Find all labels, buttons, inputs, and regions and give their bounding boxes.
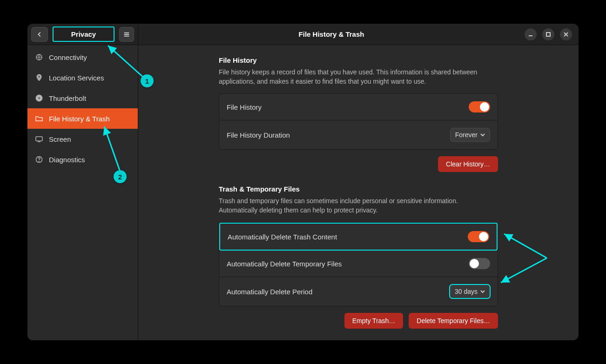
hamburger-menu-button[interactable] xyxy=(119,27,134,42)
svg-point-2 xyxy=(38,76,40,78)
parent-section-label: Privacy xyxy=(53,26,114,42)
sidebar-item-connectivity[interactable]: Connectivity xyxy=(27,47,138,67)
auto-delete-trash-toggle[interactable] xyxy=(468,231,489,242)
svg-point-6 xyxy=(39,161,40,162)
sidebar-item-thunderbolt[interactable]: Thunderbolt xyxy=(27,88,138,108)
window-controls xyxy=(525,28,579,40)
folder-icon xyxy=(35,114,43,123)
page-title: File History & Trash xyxy=(138,30,525,38)
sidebar: Connectivity Location Services Thunderbo… xyxy=(27,45,138,340)
sidebar-item-label: File History & Trash xyxy=(49,115,110,123)
row-file-history-duration: File History Duration Forever xyxy=(219,120,498,149)
delete-period-dropdown[interactable]: 30 days xyxy=(450,285,490,298)
close-icon xyxy=(563,32,569,37)
chevron-down-icon xyxy=(480,289,485,294)
help-icon xyxy=(35,155,43,164)
screen-icon xyxy=(35,135,43,143)
globe-icon xyxy=(35,53,43,61)
svg-rect-4 xyxy=(36,137,42,141)
row-auto-delete-period: Automatically Delete Period 30 days xyxy=(219,277,498,306)
row-label: Automatically Delete Period xyxy=(227,288,312,296)
maximize-icon xyxy=(545,32,551,37)
row-label: File History Duration xyxy=(227,131,290,139)
button-label: Delete Temporary Files… xyxy=(417,317,490,324)
minimize-icon xyxy=(528,32,533,37)
row-label: Automatically Delete Temporary Files xyxy=(227,260,342,268)
titlebar-left: Privacy xyxy=(27,24,138,45)
section-title-file-history: File History xyxy=(219,56,498,64)
back-button[interactable] xyxy=(31,27,48,42)
row-label: Automatically Delete Trash Content xyxy=(228,233,337,241)
minimize-button[interactable] xyxy=(525,28,537,40)
thunderbolt-icon xyxy=(35,94,43,102)
close-button[interactable] xyxy=(560,28,572,40)
settings-window: Privacy File History & Trash Connectivit… xyxy=(27,24,579,340)
row-label: File History xyxy=(227,103,262,111)
svg-rect-0 xyxy=(546,33,550,36)
sidebar-item-label: Diagnostics xyxy=(49,156,85,164)
titlebar: Privacy File History & Trash xyxy=(27,24,579,45)
duration-dropdown[interactable]: Forever xyxy=(450,128,490,142)
section-desc-trash: Trash and temporary files can sometimes … xyxy=(219,197,498,215)
empty-trash-button[interactable]: Empty Trash… xyxy=(344,313,404,329)
maximize-button[interactable] xyxy=(542,28,554,40)
row-auto-delete-trash: Automatically Delete Trash Content xyxy=(219,223,498,251)
hamburger-icon xyxy=(123,31,130,38)
file-history-panel: File History File History Duration Forev… xyxy=(219,93,498,150)
chevron-down-icon xyxy=(480,132,485,137)
button-label: Empty Trash… xyxy=(352,317,396,324)
dropdown-value: 30 days xyxy=(455,288,478,295)
sidebar-item-screen[interactable]: Screen xyxy=(27,129,138,149)
section-desc-file-history: File history keeps a record of files tha… xyxy=(219,68,498,86)
file-history-toggle[interactable] xyxy=(469,101,490,113)
sidebar-item-location[interactable]: Location Services xyxy=(27,67,138,88)
sidebar-item-label: Thunderbolt xyxy=(49,94,86,102)
content-area: File History File history keeps a record… xyxy=(138,45,579,340)
dropdown-value: Forever xyxy=(455,131,478,139)
trash-panel: Automatically Delete Trash Content Autom… xyxy=(219,222,498,306)
location-icon xyxy=(35,73,43,82)
sidebar-item-diagnostics[interactable]: Diagnostics xyxy=(27,149,138,170)
row-auto-delete-temp: Automatically Delete Temporary Files xyxy=(219,251,498,277)
sidebar-item-file-history-trash[interactable]: File History & Trash xyxy=(27,108,138,129)
chevron-left-icon xyxy=(36,31,43,38)
section-title-trash: Trash & Temporary Files xyxy=(219,185,498,193)
sidebar-item-label: Connectivity xyxy=(49,53,87,61)
sidebar-item-label: Screen xyxy=(49,135,71,143)
clear-history-button[interactable]: Clear History… xyxy=(438,156,498,172)
button-label: Clear History… xyxy=(446,160,490,168)
sidebar-item-label: Location Services xyxy=(49,74,104,82)
delete-temp-files-button[interactable]: Delete Temporary Files… xyxy=(409,313,498,329)
row-file-history-toggle: File History xyxy=(219,94,498,120)
window-body: Connectivity Location Services Thunderbo… xyxy=(27,45,579,340)
auto-delete-temp-toggle[interactable] xyxy=(469,258,490,269)
